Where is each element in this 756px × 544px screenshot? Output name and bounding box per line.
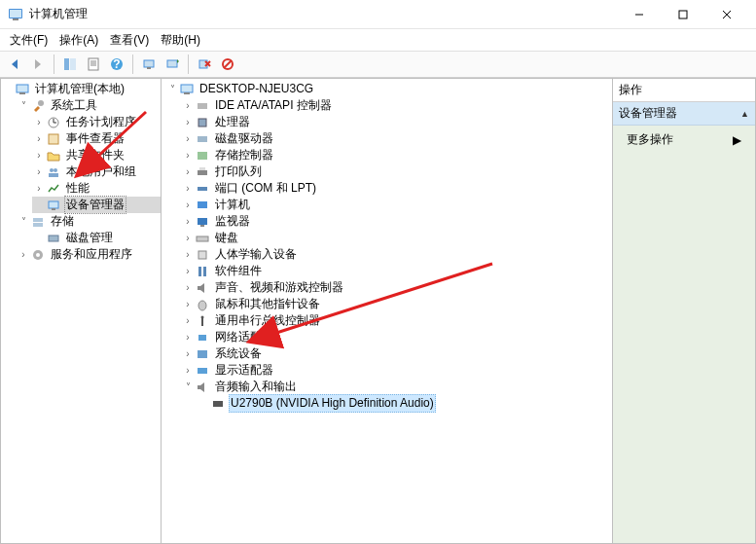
svg-rect-26 [17, 85, 28, 92]
expand-icon[interactable]: › [32, 114, 46, 130]
devtree-display[interactable]: ›显示适配器 [181, 362, 612, 379]
tree-local-users[interactable]: ›本地用户和组 [32, 163, 161, 180]
svg-point-28 [38, 100, 44, 106]
tree-disk-mgmt[interactable]: ·磁盘管理 [32, 230, 161, 246]
mouse-icon [195, 297, 210, 312]
svg-rect-32 [49, 134, 58, 144]
devtree-software[interactable]: ›软件组件 [181, 263, 612, 279]
expand-icon[interactable]: › [32, 130, 46, 147]
devtree-ports[interactable]: ›端口 (COM 和 LPT) [181, 180, 612, 197]
svg-rect-36 [49, 201, 58, 208]
actions-body: 更多操作 ▶ [613, 126, 755, 154]
expand-icon[interactable]: › [32, 147, 46, 163]
forward-button[interactable] [27, 54, 49, 75]
mgmt-tree[interactable]: ▾计算机管理(本地) ˅系统工具 ›任务计划程序 ›事件查看器 ›共享文件夹 ›… [1, 79, 161, 265]
titlebar: 计算机管理 [0, 0, 756, 29]
workspace: ▾计算机管理(本地) ˅系统工具 ›任务计划程序 ›事件查看器 ›共享文件夹 ›… [0, 78, 756, 544]
system-icon [195, 346, 210, 362]
svg-rect-39 [33, 223, 43, 227]
window-buttons [617, 1, 748, 28]
cpu-icon [195, 115, 210, 130]
actions-subheader-label: 设备管理器 [619, 105, 677, 122]
toolbar-sep [132, 54, 133, 74]
actions-more[interactable]: 更多操作 ▶ [617, 128, 751, 151]
expand-icon[interactable]: ˅ [17, 213, 30, 230]
devmgr-icon [46, 198, 61, 213]
devtree-disk-drives[interactable]: ›磁盘驱动器 [181, 130, 612, 147]
actions-subheader[interactable]: 设备管理器 ▲ [613, 102, 755, 126]
svg-rect-27 [19, 92, 25, 94]
devtree-network[interactable]: ›网络适配器 [181, 329, 612, 345]
tree-services-apps[interactable]: ›服务和应用程序 [17, 246, 161, 263]
svg-marker-59 [198, 283, 204, 293]
svg-rect-55 [197, 236, 208, 241]
devtree-system-devices[interactable]: ›系统设备 [181, 345, 612, 362]
svg-rect-52 [198, 201, 207, 208]
expand-icon[interactable]: ˅ [181, 379, 195, 395]
back-button[interactable] [4, 54, 25, 75]
device-tree[interactable]: ˅DESKTOP-NJEU3CG ›IDE ATA/ATAPI 控制器 ›处理器… [162, 79, 612, 414]
tree-storage[interactable]: ˅存储 ·磁盘管理 [17, 213, 161, 246]
svg-rect-38 [33, 218, 43, 222]
tools-icon [30, 98, 46, 114]
device-tree-panel: ˅DESKTOP-NJEU3CG ›IDE ATA/ATAPI 控制器 ›处理器… [161, 78, 612, 544]
scan-hardware-button[interactable] [138, 54, 160, 75]
expand-icon[interactable]: ˅ [17, 97, 30, 114]
minimize-button[interactable] [617, 1, 661, 28]
expand-icon[interactable]: › [32, 180, 46, 197]
devtree-root[interactable]: ˅DESKTOP-NJEU3CG ›IDE ATA/ATAPI 控制器 ›处理器… [165, 81, 612, 412]
tree-shared-folders[interactable]: ›共享文件夹 [32, 147, 161, 163]
speaker-icon [195, 280, 210, 296]
devtree-computer[interactable]: ›计算机 [181, 197, 612, 213]
svg-rect-64 [198, 350, 207, 358]
properties-button[interactable] [83, 54, 104, 75]
tree-root[interactable]: ▾计算机管理(本地) ˅系统工具 ›任务计划程序 ›事件查看器 ›共享文件夹 ›… [1, 81, 161, 263]
show-hide-tree-button[interactable] [59, 54, 81, 75]
toolbar: ? [0, 51, 756, 78]
devtree-sound-video-game[interactable]: ›声音、视频和游戏控制器 [181, 279, 612, 296]
devtree-audio-device[interactable]: ·U2790B (NVIDIA High Definition Audio) [197, 395, 612, 412]
devtree-cpu[interactable]: ›处理器 [181, 114, 612, 130]
svg-point-34 [54, 168, 57, 172]
tree-task-scheduler[interactable]: ›任务计划程序 [32, 114, 161, 130]
close-button[interactable] [704, 1, 748, 28]
devtree-storage-ctrl[interactable]: ›存储控制器 [181, 147, 612, 163]
tree-system-tools[interactable]: ˅系统工具 ›任务计划程序 ›事件查看器 ›共享文件夹 ›本地用户和组 ›性能 … [17, 97, 161, 213]
disable-button[interactable] [217, 54, 238, 75]
svg-rect-47 [198, 136, 207, 142]
tree-event-viewer[interactable]: ›事件查看器 [32, 130, 161, 147]
monitor-icon [195, 214, 210, 230]
update-driver-button[interactable] [162, 54, 183, 75]
svg-line-25 [224, 60, 232, 68]
collapse-icon: ▲ [740, 109, 749, 119]
folder-share-icon [46, 148, 61, 163]
svg-rect-48 [198, 152, 207, 160]
svg-rect-43 [181, 85, 193, 92]
expand-icon[interactable]: › [17, 246, 30, 263]
devtree-keyboards[interactable]: ›键盘 [181, 230, 612, 246]
svg-rect-2 [13, 18, 18, 20]
uninstall-button[interactable] [194, 54, 215, 75]
devtree-monitors[interactable]: ›监视器 [181, 213, 612, 230]
devtree-audio-io[interactable]: ˅音频输入和输出 ·U2790B (NVIDIA High Definition… [181, 379, 612, 412]
menu-action[interactable]: 操作(A) [54, 30, 104, 51]
devtree-hid[interactable]: ›人体学输入设备 [181, 246, 612, 263]
help-button[interactable]: ? [106, 54, 127, 75]
expand-icon[interactable]: ˅ [165, 81, 179, 97]
maximize-button[interactable] [661, 1, 704, 28]
menu-view[interactable]: 查看(V) [104, 30, 155, 51]
actions-panel: 操作 设备管理器 ▲ 更多操作 ▶ [612, 78, 756, 544]
tree-device-manager[interactable]: ·设备管理器 [32, 197, 161, 213]
expand-icon[interactable]: › [32, 163, 46, 180]
tree-performance[interactable]: ›性能 [32, 180, 161, 197]
devtree-ide[interactable]: ›IDE ATA/ATAPI 控制器 [181, 97, 612, 114]
services-icon [30, 247, 46, 263]
devtree-usb[interactable]: ›通用串行总线控制器 [181, 312, 612, 329]
audio-icon [195, 380, 210, 395]
menu-file[interactable]: 文件(F) [4, 30, 54, 51]
menu-help[interactable]: 帮助(H) [155, 30, 206, 51]
devtree-print[interactable]: ›打印队列 [181, 163, 612, 180]
svg-rect-10 [70, 58, 76, 70]
chevron-right-icon: ▶ [733, 133, 741, 147]
devtree-mice[interactable]: ›鼠标和其他指针设备 [181, 296, 612, 312]
